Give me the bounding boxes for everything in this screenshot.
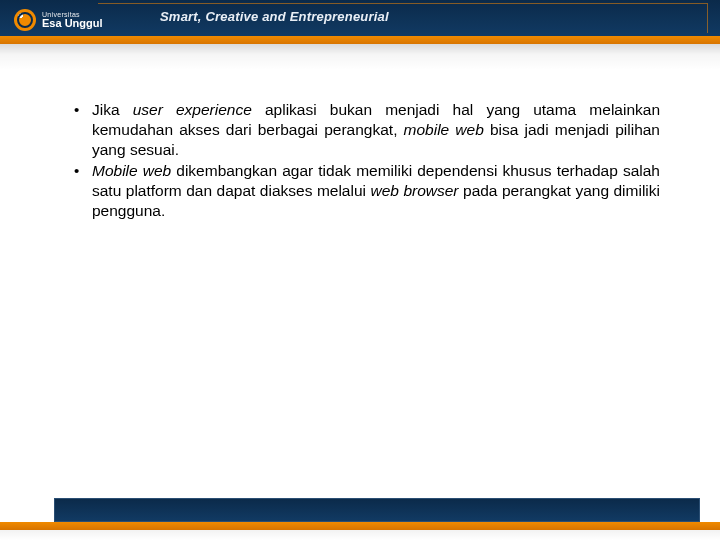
header-tagline: Smart, Creative and Entrepreneurial (160, 9, 389, 24)
bullet-list: Jika user experience aplikasi bukan menj… (70, 100, 660, 221)
slide: Universitas Esa Unggul Smart, Creative a… (0, 0, 720, 540)
footer-orange-bar (0, 522, 720, 530)
slide-footer (0, 484, 720, 540)
bullet-item: Mobile web dikembangkan agar tidak memil… (70, 161, 660, 220)
slide-body: Jika user experience aplikasi bukan menj… (70, 100, 660, 223)
slide-header: Universitas Esa Unggul Smart, Creative a… (0, 0, 720, 60)
logo-icon (14, 9, 36, 31)
bullet-item: Jika user experience aplikasi bukan menj… (70, 100, 660, 159)
logo-line1: Universitas (42, 11, 103, 18)
logo-line2: Esa Unggul (42, 18, 103, 29)
italic-text: Mobile web (92, 162, 171, 179)
footer-fade (0, 530, 720, 540)
header-shadow (0, 44, 720, 70)
university-logo: Universitas Esa Unggul (14, 6, 144, 34)
header-orange-strip (0, 36, 720, 44)
logo-text: Universitas Esa Unggul (42, 11, 103, 29)
footer-blue-bar (54, 498, 700, 522)
italic-text: user experience (133, 101, 252, 118)
text-run: Jika (92, 101, 133, 118)
italic-text: mobile web (404, 121, 484, 138)
italic-text: web browser (370, 182, 458, 199)
